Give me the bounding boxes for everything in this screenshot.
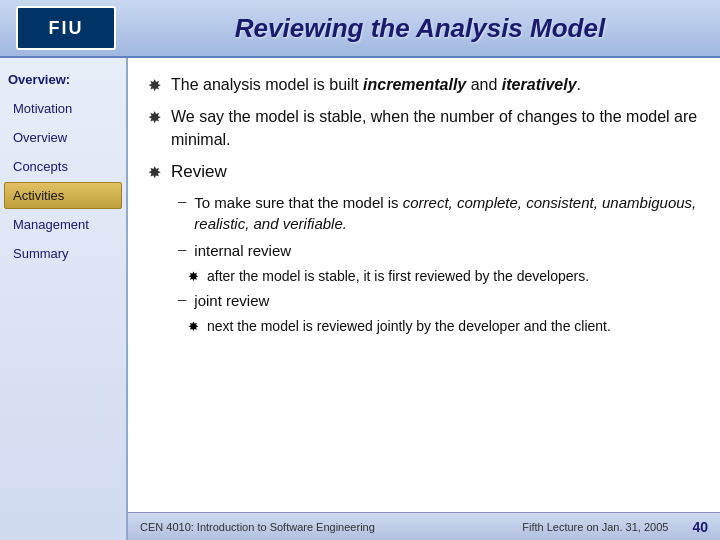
sub-bullet-container-1: ✸ after the model is stable, it is first… <box>188 267 700 286</box>
review-title: Review <box>171 162 227 182</box>
sub-text-1: after the model is stable, it is first r… <box>207 267 589 286</box>
sidebar-item-concepts[interactable]: Concepts <box>4 153 122 180</box>
dash-3: – <box>178 290 186 307</box>
review-section: ✸ Review – To make sure that the model i… <box>148 161 700 336</box>
logo-text: FIU <box>49 18 84 39</box>
footer-left-text: CEN 4010: Introduction to Software Engin… <box>140 521 375 533</box>
logo-area: FIU <box>16 6 116 50</box>
bullet-star-2: ✸ <box>148 108 161 127</box>
dash-1: – <box>178 192 186 209</box>
bullet-star-1: ✸ <box>148 76 161 95</box>
bullet-text-1: The analysis model is built incrementall… <box>171 74 581 96</box>
sub-bullet-2: ✸ next the model is reviewed jointly by … <box>188 317 700 336</box>
dash-2: – <box>178 240 186 257</box>
dash-text-1: To make sure that the model is correct, … <box>194 192 700 234</box>
sidebar-item-label: Activities <box>13 188 64 203</box>
dash-item-2: – internal review <box>178 240 700 261</box>
sidebar-item-activities[interactable]: Activities <box>4 182 122 209</box>
header: FIU Reviewing the Analysis Model <box>0 0 720 58</box>
sub-bullet-1: ✸ after the model is stable, it is first… <box>188 267 700 286</box>
bullet-star-3: ✸ <box>148 163 161 182</box>
fiu-logo: FIU <box>16 6 116 50</box>
sub-star-1: ✸ <box>188 269 199 284</box>
bullet-text-2: We say the model is stable, when the num… <box>171 106 700 151</box>
footer-page-number: 40 <box>692 519 708 535</box>
sidebar-item-summary[interactable]: Summary <box>4 240 122 267</box>
dash-item-3: – joint review <box>178 290 700 311</box>
dash-text-2: internal review <box>194 240 291 261</box>
sidebar-item-label: Motivation <box>13 101 72 116</box>
dash-item-1: – To make sure that the model is correct… <box>178 192 700 234</box>
sub-bullet-container-2: ✸ next the model is reviewed jointly by … <box>188 317 700 336</box>
sub-star-2: ✸ <box>188 319 199 334</box>
dash-text-3: joint review <box>194 290 269 311</box>
sidebar: Overview: Motivation Overview Concepts A… <box>0 58 128 540</box>
bullet-item-2: ✸ We say the model is stable, when the n… <box>148 106 700 151</box>
sidebar-item-label: Management <box>13 217 89 232</box>
sidebar-item-label: Overview <box>13 130 67 145</box>
sidebar-item-motivation[interactable]: Motivation <box>4 95 122 122</box>
page-title: Reviewing the Analysis Model <box>136 13 704 44</box>
sidebar-item-label: Summary <box>13 246 69 261</box>
sidebar-overview-label: Overview: <box>0 68 126 93</box>
bullet-item-1: ✸ The analysis model is built incrementa… <box>148 74 700 96</box>
footer-right: Fifth Lecture on Jan. 31, 2005 40 <box>522 519 708 535</box>
sub-text-2: next the model is reviewed jointly by th… <box>207 317 611 336</box>
sidebar-item-overview[interactable]: Overview <box>4 124 122 151</box>
content-area: ✸ The analysis model is built incrementa… <box>128 58 720 540</box>
footer: CEN 4010: Introduction to Software Engin… <box>128 512 720 540</box>
sidebar-item-management[interactable]: Management <box>4 211 122 238</box>
sidebar-item-label: Concepts <box>13 159 68 174</box>
main-layout: Overview: Motivation Overview Concepts A… <box>0 58 720 540</box>
footer-right-text: Fifth Lecture on Jan. 31, 2005 <box>522 521 668 533</box>
review-header: ✸ Review <box>148 161 700 182</box>
